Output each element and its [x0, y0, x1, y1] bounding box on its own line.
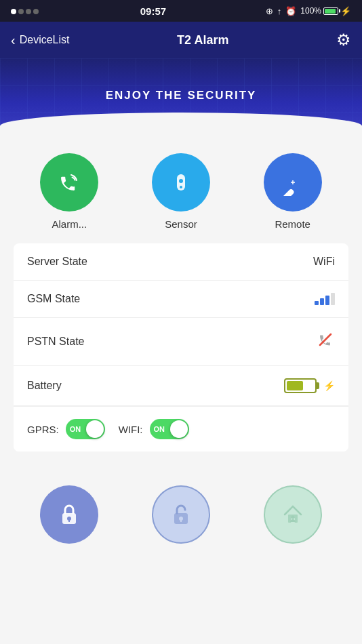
back-chevron-icon: ‹ — [11, 33, 16, 48]
battery-value: ⚡ — [284, 378, 335, 393]
main-content: Alarm... Sensor — [0, 133, 362, 465]
gsm-state-label: GSM State — [27, 293, 80, 305]
header: ‹ DeviceList T2 Alarm ⚙ — [0, 22, 362, 58]
arm-button[interactable] — [40, 485, 98, 544]
svg-point-1 — [179, 179, 183, 183]
back-button[interactable]: ‹ DeviceList — [11, 33, 69, 48]
settings-gear-icon: ⚙ — [336, 31, 351, 49]
gprs-toggle-knob — [86, 420, 104, 438]
remote-button-wrap[interactable]: Remote — [264, 153, 322, 230]
phone-slash-icon — [316, 330, 335, 353]
status-right: ⊕ ↑ ⏰ 100% ⚡ — [266, 6, 351, 16]
wifi-toggle-state: ON — [154, 425, 165, 433]
remote-icon-svg — [279, 169, 306, 196]
alarm-label: Alarm... — [52, 218, 87, 230]
server-state-value: WiFi — [313, 256, 335, 268]
svg-point-17 — [291, 516, 294, 519]
battery-fill-bar — [287, 381, 303, 390]
remote-label: Remote — [275, 218, 310, 230]
action-buttons-row: Alarm... Sensor — [14, 153, 348, 230]
sensor-label: Sensor — [165, 218, 197, 230]
battery-label: Battery — [27, 380, 62, 392]
gprs-label: GPRS: — [27, 424, 59, 435]
gsm-bar-1 — [315, 301, 319, 305]
battery-row: Battery ⚡ — [14, 366, 348, 406]
alarm-icon: ⏰ — [285, 6, 296, 16]
alarm-icon-svg — [56, 169, 83, 196]
lock-closed-icon — [54, 500, 84, 529]
pstn-state-row: PSTN State — [14, 318, 348, 366]
gprs-toggle-state: ON — [70, 425, 81, 433]
page-title: T2 Alarm — [177, 33, 228, 47]
wifi-toggle-group: WIFI: ON — [119, 419, 189, 439]
settings-button[interactable]: ⚙ — [336, 31, 351, 49]
status-time: 09:57 — [140, 5, 166, 17]
battery-row-icon: ⚡ — [284, 378, 335, 393]
wifi-label: WIFI: — [119, 424, 143, 435]
status-bar: 09:57 ⊕ ↑ ⏰ 100% ⚡ — [0, 0, 362, 22]
gsm-bar-3 — [325, 296, 329, 305]
banner-text: ENJOY THE SECURITY — [106, 89, 257, 102]
pstn-state-value — [316, 330, 335, 353]
home-button[interactable] — [264, 485, 322, 544]
lock-open-icon — [166, 500, 196, 529]
wifi-toggle-knob — [170, 420, 188, 438]
arrow-icon: ↑ — [277, 6, 282, 16]
gprs-toggle-group: GPRS: ON — [27, 419, 105, 439]
bottom-actions — [0, 465, 362, 557]
gsm-state-value — [315, 293, 335, 305]
server-state-label: Server State — [27, 256, 87, 268]
gsm-bars-icon — [315, 293, 335, 305]
server-state-row: Server State WiFi — [14, 243, 348, 281]
status-section: Server State WiFi GSM State PSTN State — [14, 243, 348, 451]
gsm-bar-2 — [320, 298, 324, 305]
plug-icon: ⚡ — [323, 380, 335, 391]
gprs-toggle[interactable]: ON — [66, 419, 105, 439]
location-icon: ⊕ — [266, 6, 273, 16]
sensor-button-wrap[interactable]: Sensor — [152, 153, 210, 230]
back-label: DeviceList — [20, 34, 70, 46]
toggle-row: GPRS: ON WIFI: ON — [14, 406, 348, 451]
gsm-bar-4 — [331, 293, 335, 305]
battery-status: 100% ⚡ — [300, 6, 351, 16]
signal-dots — [11, 5, 41, 17]
wifi-toggle[interactable]: ON — [150, 419, 189, 439]
charging-icon: ⚡ — [340, 6, 351, 16]
alarm-circle[interactable] — [40, 153, 98, 212]
remote-circle[interactable] — [264, 153, 322, 212]
pstn-state-label: PSTN State — [27, 336, 84, 348]
battery-percent: 100% — [300, 6, 321, 16]
server-state-text: WiFi — [313, 256, 335, 268]
disarm-button[interactable] — [152, 485, 210, 544]
battery-icon — [323, 7, 338, 15]
home-icon — [278, 500, 308, 529]
alarm-button-wrap[interactable]: Alarm... — [40, 153, 98, 230]
sensor-icon-svg — [167, 169, 195, 196]
svg-point-2 — [180, 186, 182, 188]
banner: ENJOY THE SECURITY — [0, 58, 362, 133]
battery-body-icon — [284, 378, 317, 393]
sensor-circle[interactable] — [152, 153, 210, 212]
gsm-state-row: GSM State — [14, 281, 348, 318]
